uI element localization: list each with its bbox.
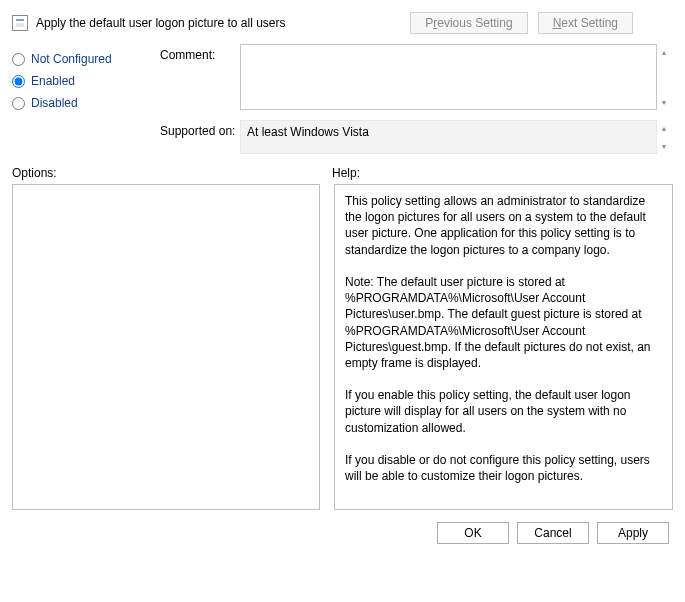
comment-label: Comment: bbox=[160, 44, 240, 62]
disabled-radio[interactable] bbox=[12, 97, 25, 110]
title-bar: Apply the default user logon picture to … bbox=[12, 10, 673, 44]
cancel-button[interactable]: Cancel bbox=[517, 522, 589, 544]
apply-button[interactable]: Apply bbox=[597, 522, 669, 544]
next-setting-button[interactable]: Next Setting bbox=[538, 12, 633, 34]
options-label: Options: bbox=[12, 166, 332, 180]
dialog-footer: OK Cancel Apply bbox=[12, 510, 673, 544]
comment-scrollbar[interactable]: ▴ ▾ bbox=[657, 44, 673, 110]
supported-on-value: At least Windows Vista bbox=[240, 120, 657, 154]
enabled-radio[interactable] bbox=[12, 75, 25, 88]
not-configured-label[interactable]: Not Configured bbox=[31, 52, 112, 66]
options-panel bbox=[12, 184, 320, 510]
state-radio-group: Not Configured Enabled Disabled bbox=[12, 44, 152, 114]
dialog-title: Apply the default user logon picture to … bbox=[36, 16, 285, 30]
scroll-up-icon[interactable]: ▴ bbox=[657, 45, 671, 59]
not-configured-radio[interactable] bbox=[12, 53, 25, 66]
help-panel: This policy setting allows an administra… bbox=[334, 184, 673, 510]
enabled-label[interactable]: Enabled bbox=[31, 74, 75, 88]
policy-icon bbox=[12, 15, 28, 31]
supported-scrollbar[interactable]: ▴ ▾ bbox=[657, 120, 673, 154]
scroll-down-icon[interactable]: ▾ bbox=[657, 139, 671, 153]
scroll-up-icon[interactable]: ▴ bbox=[657, 121, 671, 135]
previous-setting-button[interactable]: Previous Setting bbox=[410, 12, 527, 34]
help-label: Help: bbox=[332, 166, 360, 180]
ok-button[interactable]: OK bbox=[437, 522, 509, 544]
supported-on-label: Supported on: bbox=[160, 120, 240, 138]
scroll-down-icon[interactable]: ▾ bbox=[657, 95, 671, 109]
nav-buttons: Previous Setting Next Setting bbox=[410, 12, 633, 34]
disabled-label[interactable]: Disabled bbox=[31, 96, 78, 110]
comment-textarea[interactable] bbox=[240, 44, 657, 110]
